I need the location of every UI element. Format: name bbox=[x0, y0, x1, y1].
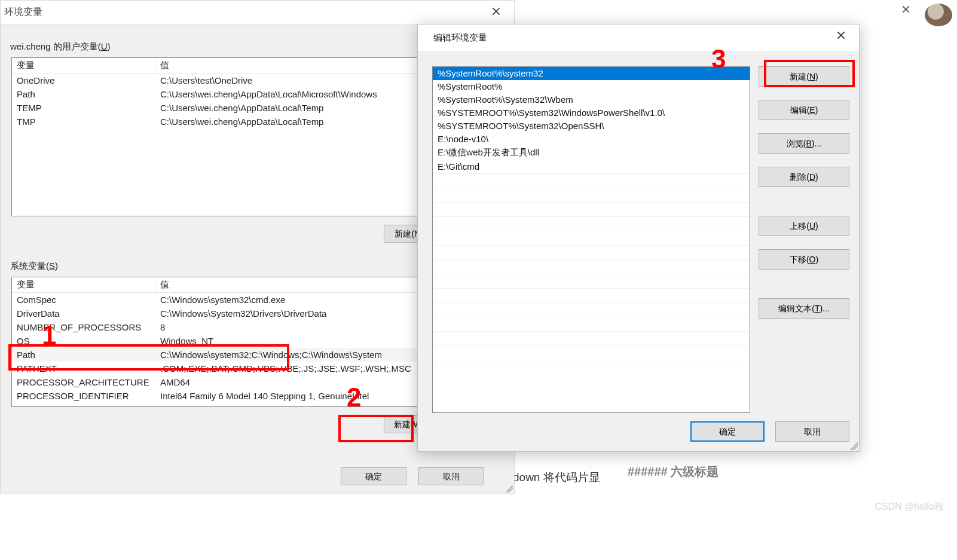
list-item-empty[interactable] bbox=[433, 345, 750, 360]
path-browse-button[interactable]: 浏览(B)... bbox=[759, 133, 849, 154]
cell-variable: ComSpec bbox=[12, 294, 155, 305]
list-item-empty[interactable] bbox=[433, 188, 750, 202]
list-item-empty[interactable] bbox=[433, 288, 750, 302]
list-item-empty[interactable] bbox=[433, 245, 750, 259]
path-listbox[interactable]: %SystemRoot%\system32%SystemRoot%%System… bbox=[432, 66, 750, 413]
edit-cancel-button[interactable]: 取消 bbox=[775, 421, 849, 442]
edit-env-var-dialog: 编辑环境变量 %SystemRoot%\system32%SystemRoot%… bbox=[417, 24, 860, 452]
cell-variable: TMP bbox=[12, 116, 155, 127]
env-dialog-title: 环境变量 bbox=[4, 6, 42, 19]
list-item[interactable]: %SystemRoot%\system32 bbox=[433, 67, 750, 80]
path-movedown-button[interactable]: 下移(O) bbox=[759, 249, 849, 270]
resize-grip-icon[interactable] bbox=[849, 442, 858, 450]
edit-dialog-side-buttons: 新建(N) 编辑(E) 浏览(B)... 删除(D) 上移(U) 下移(O) bbox=[759, 66, 849, 413]
path-delete-button[interactable]: 删除(D) bbox=[759, 167, 849, 187]
cell-variable: TEMP bbox=[12, 102, 155, 114]
path-new-button[interactable]: 新建(N) bbox=[759, 66, 849, 87]
close-icon[interactable] bbox=[902, 5, 915, 17]
resize-grip-icon[interactable] bbox=[505, 484, 513, 492]
cell-variable: Path bbox=[12, 88, 155, 100]
env-cancel-button[interactable]: 取消 bbox=[418, 467, 484, 485]
cell-variable: NUMBER_OF_PROCESSORS bbox=[12, 322, 155, 333]
list-item[interactable]: %SystemRoot%\System32\Wbem bbox=[433, 93, 750, 106]
bg-markdown-fragment: down 将代码片显 bbox=[513, 470, 600, 485]
list-item-empty[interactable] bbox=[433, 317, 750, 331]
list-item-empty[interactable] bbox=[433, 360, 750, 374]
list-item[interactable]: E:\Git\cmd bbox=[433, 160, 750, 173]
cell-variable: DriverData bbox=[12, 308, 155, 319]
path-edittext-button[interactable]: 编辑文本(T)... bbox=[759, 298, 849, 319]
path-edit-button[interactable]: 编辑(E) bbox=[759, 100, 849, 120]
list-item[interactable]: E:\node-v10\ bbox=[433, 133, 750, 146]
col-variable[interactable]: 变量 bbox=[12, 277, 155, 292]
list-item-empty[interactable] bbox=[433, 302, 750, 317]
list-item[interactable]: %SYSTEMROOT%\System32\WindowsPowerShell\… bbox=[433, 106, 750, 120]
list-item[interactable]: %SystemRoot% bbox=[433, 80, 750, 93]
list-item-empty[interactable] bbox=[433, 202, 750, 216]
list-item[interactable]: E:\微信web开发者工具\dll bbox=[433, 146, 750, 160]
cell-variable: PATHEXT bbox=[12, 363, 155, 374]
cell-variable: PROCESSOR_ARCHITECTURE bbox=[12, 377, 155, 388]
edit-dialog-titlebar: 编辑环境变量 bbox=[418, 25, 859, 51]
env-ok-button[interactable]: 确定 bbox=[341, 467, 406, 485]
list-item-empty[interactable] bbox=[433, 173, 750, 188]
list-item-empty[interactable] bbox=[433, 331, 750, 345]
col-variable[interactable]: 变量 bbox=[12, 58, 155, 73]
cell-variable: OneDrive bbox=[12, 75, 155, 86]
list-item-empty[interactable] bbox=[433, 259, 750, 274]
close-icon[interactable] bbox=[828, 29, 854, 46]
cell-variable: PROCESSOR_IDENTIFIER bbox=[12, 390, 155, 402]
list-item-empty[interactable] bbox=[433, 216, 750, 231]
bg-heading6: ###### 六级标题 bbox=[628, 464, 718, 480]
csdn-watermark: CSDN @hello程 bbox=[875, 501, 944, 513]
user-avatar bbox=[925, 4, 952, 26]
path-moveup-button[interactable]: 上移(U) bbox=[759, 216, 849, 236]
cell-variable: OS bbox=[12, 335, 155, 347]
close-icon[interactable] bbox=[483, 5, 509, 20]
edit-ok-button[interactable]: 确定 bbox=[690, 421, 765, 442]
list-item[interactable]: %SYSTEMROOT%\System32\OpenSSH\ bbox=[433, 120, 750, 133]
cell-variable: Path bbox=[12, 349, 155, 360]
env-dialog-titlebar: 环境变量 bbox=[1, 1, 514, 25]
edit-dialog-title: 编辑环境变量 bbox=[433, 32, 487, 44]
list-item-empty[interactable] bbox=[433, 274, 750, 288]
list-item-empty[interactable] bbox=[433, 231, 750, 245]
